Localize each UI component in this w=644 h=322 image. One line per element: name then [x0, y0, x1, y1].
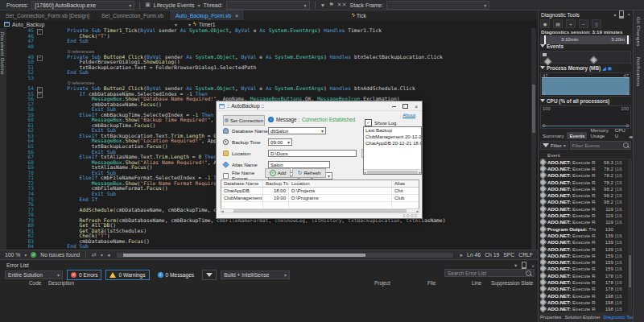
timeline-cursor-right[interactable] — [627, 35, 629, 44]
scroll-right-icon[interactable]: ▸ — [460, 252, 464, 258]
scroll-left-icon[interactable]: ◂ — [107, 252, 110, 258]
grid-horizontal-scrollbar[interactable]: ◂▸ — [221, 208, 419, 213]
events-swimlane[interactable] — [540, 51, 631, 64]
tool-tab-solution-explorer[interactable]: Solution Explorer — [564, 315, 600, 320]
chevron-down-icon[interactable]: ▾ — [613, 12, 616, 18]
event-row[interactable]: ADO.NET: Execute Reader...159[16 — [540, 258, 626, 265]
column-header-code[interactable]: Code — [29, 280, 41, 286]
event-row[interactable]: ADO.NET: Execute Reader...178[16 — [540, 286, 626, 292]
scroll-left-icon[interactable]: ◂ — [221, 208, 224, 213]
minimize-icon[interactable] — [392, 106, 396, 107]
field-input[interactable]: Salon — [268, 161, 330, 168]
tab-summary[interactable]: Summary — [540, 132, 566, 139]
event-row[interactable]: ADO.NET: Execute Reader...98.2[16 — [540, 192, 626, 198]
event-row[interactable]: ADO.NET: Execute Reader...78.2[16 — [540, 179, 626, 185]
scroll-right-icon[interactable]: ▸ — [419, 170, 421, 175]
process-combo[interactable]: [17860] AutoBackup.exe▾ — [31, 1, 134, 10]
scope-dropdown[interactable]: Entire Solution▾ — [5, 270, 63, 279]
event-row[interactable]: ADO.NET: Execute Reader...198[16 — [540, 306, 626, 312]
editor-vertical-scrollbar[interactable] — [531, 28, 536, 250]
log-horizontal-scrollbar[interactable]: ◂▸ — [364, 169, 421, 174]
column-header-suppression-state[interactable]: Suppression State — [491, 280, 533, 286]
close-icon[interactable]: × — [235, 13, 238, 19]
event-row[interactable]: Program Output: The thre...130 — [540, 225, 626, 232]
scrollbar-thumb[interactable] — [233, 209, 407, 213]
event-row[interactable]: ADO.NET: Execute Reader...78.2[16 — [540, 165, 626, 171]
flag-icon[interactable]: ⚑ — [329, 2, 334, 8]
event-row[interactable]: ADO.NET: Execute Reader...98.2[16 — [540, 185, 626, 192]
refresh-button[interactable]: ↻ Refresh — [292, 168, 326, 178]
field-input[interactable]: D:\Docs — [268, 150, 357, 157]
eol-indicator[interactable]: CRLF — [518, 252, 533, 258]
column-header-file[interactable]: File — [427, 280, 436, 286]
memory-chart[interactable]: 47 47 0 0 — [540, 72, 631, 97]
stop-collection-icon[interactable]: ◉ — [540, 19, 550, 28]
event-row[interactable]: ADO.NET: Execute Reader...159[16 — [540, 266, 626, 272]
event-row[interactable]: ADO.NET: Execute Reader...78.2[16 — [540, 172, 626, 179]
grid-column-header[interactable]: Location — [289, 180, 392, 187]
zoom-out-icon[interactable]: − — [579, 19, 588, 28]
document-tab[interactable]: Set_Connection_Form.vb — [96, 10, 170, 20]
table-row[interactable]: ChatAppDB18:00D:\ProjectsChit — [221, 188, 419, 195]
chevron-down-icon[interactable]: ▾ — [514, 262, 517, 269]
event-row[interactable]: ADO.NET: Execute Reader...119[16 — [540, 219, 626, 225]
backup-log-list[interactable]: Last BackupClubManagement 20-12-21ChatAp… — [363, 126, 422, 175]
document-tab[interactable]: Set_Connection_Form.vb [Design] — [0, 10, 96, 20]
close-icon[interactable]: × — [531, 263, 535, 269]
thread-combo[interactable]: ▾ — [226, 1, 310, 10]
event-row[interactable]: ADO.NET: Execute Reader...178[16 — [540, 279, 626, 285]
column-header-project[interactable]: Project — [374, 280, 390, 286]
maximize-icon[interactable] — [402, 104, 408, 109]
grid-column-header[interactable]: Alias — [392, 180, 419, 187]
cpu-chart[interactable]: 100 100 0 0 — [540, 105, 631, 129]
build-filter-dropdown[interactable]: Build + IntelliSense▾ — [221, 270, 290, 279]
member-event-indicator[interactable]: ϟ Tick — [352, 11, 366, 19]
pin-icon[interactable] — [619, 10, 624, 19]
scroll-left-icon[interactable]: ◂ — [364, 170, 366, 175]
column-header-description[interactable]: Description — [48, 280, 74, 286]
event-row[interactable]: ADO.NET: Execute Reader...139[16 — [540, 232, 626, 238]
stack-frame-combo[interactable]: ▾ — [386, 1, 489, 10]
column-header-line[interactable]: Line — [472, 280, 481, 286]
export-icon[interactable]: ▤ — [553, 19, 563, 28]
field-combo[interactable]: dbSalon▾ — [268, 127, 326, 134]
document-outline-tab[interactable]: Document Outline — [0, 32, 5, 75]
table-row[interactable]: ClubManagement19:00D:\ProgramsClub — [221, 195, 419, 202]
events-scrollbar[interactable] — [628, 159, 632, 312]
chevron-down-icon[interactable]: ▾ — [101, 252, 103, 258]
scrollbar-thumb[interactable] — [123, 254, 365, 257]
log-item[interactable]: Last Backup — [364, 127, 421, 134]
error-list-body[interactable] — [0, 287, 538, 322]
scrollbar-thumb[interactable] — [629, 255, 631, 287]
tab-memory-usage[interactable]: Memory Usage — [588, 126, 611, 139]
grid-column-header[interactable]: Database Name — [221, 180, 263, 187]
issues-indicator[interactable]: No issues found — [40, 252, 80, 258]
about-link[interactable]: About — [402, 113, 415, 118]
event-row[interactable]: ADO.NET: Execute Reader...98.2[16 — [540, 199, 626, 205]
zoom-control[interactable]: 100 % — [5, 252, 20, 258]
reset-view-icon[interactable]: ▯ — [592, 19, 601, 28]
filter-toggle-icon[interactable]: ▼ — [320, 2, 326, 8]
git-changes-tab[interactable]: Git Changes — [636, 17, 641, 47]
document-tab[interactable]: Auto_Backup_Form.vb× — [170, 10, 245, 20]
close-icon[interactable]: × — [415, 104, 418, 109]
add-button[interactable]: + Add — [265, 168, 291, 178]
dialog-title-bar[interactable]: :: AutoBackup :: — [217, 101, 422, 111]
notifications-tab[interactable]: Notifications — [636, 57, 641, 87]
filter-dropdown[interactable]: Filter▾ — [540, 141, 568, 150]
member-dropdown[interactable]: ▾ ϟ Timer1 — [181, 20, 220, 28]
event-row[interactable]: ADO.NET: Execute Reader...178[16 — [540, 272, 626, 279]
close-icon[interactable]: × — [627, 12, 630, 17]
tool-tab-properties[interactable]: Properties — [540, 315, 561, 320]
set-connection-button[interactable]: Set Connection — [223, 115, 265, 126]
log-item[interactable]: ClubManagement 20-12-21 — [364, 134, 421, 140]
events-section-header[interactable]: Events — [540, 43, 564, 49]
event-row[interactable]: ADO.NET: Execute Reader...198[16 — [540, 292, 626, 299]
type-dropdown[interactable]: Auto_Backup ▾ — [0, 20, 181, 28]
scrollbar-thumb[interactable] — [532, 85, 535, 133]
event-row[interactable]: ADO.NET: Execute Reader...119[16 — [540, 205, 626, 212]
zoom-in-icon[interactable]: + — [566, 19, 576, 28]
event-row[interactable]: ADO.NET: Execute Reader...159[16 — [540, 252, 626, 258]
event-diamond-icon[interactable] — [544, 58, 552, 66]
scrollbar-thumb[interactable] — [367, 171, 419, 174]
